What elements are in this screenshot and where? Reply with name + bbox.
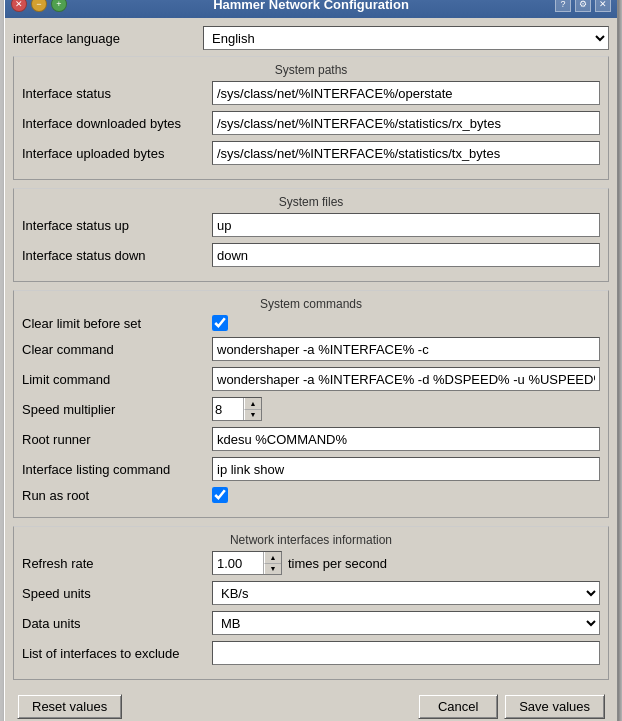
speed-units-label: Speed units [22, 586, 212, 601]
interface-status-up-label: Interface status up [22, 218, 212, 233]
minimize-button[interactable]: − [31, 0, 47, 12]
interface-status-up-input[interactable] [212, 213, 600, 237]
main-window: ✕ − + Hammer Network Configuration ? ⚙ ✕… [4, 0, 618, 721]
interface-status-down-row: Interface status down [22, 243, 600, 267]
interface-language-select[interactable]: English Deutsch Français Español [203, 26, 609, 50]
window-body: interface language English Deutsch Franç… [5, 18, 617, 721]
exclude-interfaces-row: List of interfaces to exclude [22, 641, 600, 665]
interface-status-input[interactable] [212, 81, 600, 105]
speed-units-row: Speed units KB/s MB/s Bytes/s [22, 581, 600, 605]
limit-command-label: Limit command [22, 372, 212, 387]
speed-multiplier-row: Speed multiplier ▲ ▼ [22, 397, 600, 421]
run-as-root-label: Run as root [22, 488, 212, 503]
refresh-rate-up[interactable]: ▲ [264, 552, 281, 564]
run-as-root-checkbox[interactable] [212, 487, 228, 503]
interface-listing-row: Interface listing command [22, 457, 600, 481]
interface-downloaded-row: Interface downloaded bytes [22, 111, 600, 135]
interface-status-up-row: Interface status up [22, 213, 600, 237]
save-button[interactable]: Save values [504, 694, 605, 719]
limit-command-input[interactable] [212, 367, 600, 391]
refresh-rate-spinner: ▲ ▼ [212, 551, 282, 575]
speed-multiplier-label: Speed multiplier [22, 402, 212, 417]
titlebar-right-controls: ? ⚙ ✕ [555, 0, 611, 12]
network-interfaces-title: Network interfaces information [22, 531, 600, 551]
bottom-bar: Reset values Cancel Save values [13, 688, 609, 721]
system-commands-section: System commands Clear limit before set C… [13, 290, 609, 518]
reset-button[interactable]: Reset values [17, 694, 122, 719]
refresh-rate-down[interactable]: ▼ [264, 564, 281, 575]
system-files-title: System files [22, 193, 600, 213]
interface-downloaded-label: Interface downloaded bytes [22, 116, 212, 131]
times-per-second-label: times per second [288, 556, 387, 571]
interface-status-down-input[interactable] [212, 243, 600, 267]
refresh-rate-label: Refresh rate [22, 556, 212, 571]
interface-language-row: interface language English Deutsch Franç… [13, 26, 609, 50]
interface-status-row: Interface status [22, 81, 600, 105]
clear-limit-checkbox[interactable] [212, 315, 228, 331]
interface-language-label: interface language [13, 31, 203, 46]
maximize-button[interactable]: + [51, 0, 67, 12]
interface-status-down-label: Interface status down [22, 248, 212, 263]
interface-language-field: English Deutsch Français Español [203, 26, 609, 50]
run-as-root-row: Run as root [22, 487, 600, 503]
speed-multiplier-spinner: ▲ ▼ [212, 397, 262, 421]
right-buttons: Cancel Save values [418, 694, 605, 719]
refresh-rate-row: Refresh rate ▲ ▼ times per second [22, 551, 600, 575]
data-units-label: Data units [22, 616, 212, 631]
refresh-rate-arrows: ▲ ▼ [263, 552, 281, 574]
clear-command-input[interactable] [212, 337, 600, 361]
system-paths-title: System paths [22, 61, 600, 81]
data-units-row: Data units MB GB KB Bytes [22, 611, 600, 635]
data-units-select[interactable]: MB GB KB Bytes [212, 611, 600, 635]
window-controls: ✕ − + [11, 0, 67, 12]
interface-status-label: Interface status [22, 86, 212, 101]
speed-multiplier-arrows: ▲ ▼ [243, 398, 261, 420]
system-commands-title: System commands [22, 295, 600, 315]
interface-uploaded-input[interactable] [212, 141, 600, 165]
titlebar: ✕ − + Hammer Network Configuration ? ⚙ ✕ [5, 0, 617, 18]
interface-listing-input[interactable] [212, 457, 600, 481]
refresh-rate-input[interactable] [213, 552, 263, 574]
close-button[interactable]: ✕ [11, 0, 27, 12]
speed-units-select[interactable]: KB/s MB/s Bytes/s [212, 581, 600, 605]
settings-button[interactable]: ⚙ [575, 0, 591, 12]
system-paths-section: System paths Interface status Interface … [13, 56, 609, 180]
network-interfaces-section: Network interfaces information Refresh r… [13, 526, 609, 680]
cancel-button[interactable]: Cancel [418, 694, 498, 719]
speed-multiplier-up[interactable]: ▲ [244, 398, 261, 410]
clear-command-row: Clear command [22, 337, 600, 361]
interface-uploaded-label: Interface uploaded bytes [22, 146, 212, 161]
close-right-button[interactable]: ✕ [595, 0, 611, 12]
clear-limit-row: Clear limit before set [22, 315, 600, 331]
interface-listing-label: Interface listing command [22, 462, 212, 477]
root-runner-label: Root runner [22, 432, 212, 447]
clear-limit-label: Clear limit before set [22, 316, 212, 331]
window-title: Hammer Network Configuration [213, 0, 409, 12]
interface-uploaded-row: Interface uploaded bytes [22, 141, 600, 165]
speed-multiplier-input[interactable] [213, 398, 243, 420]
clear-command-label: Clear command [22, 342, 212, 357]
root-runner-row: Root runner [22, 427, 600, 451]
limit-command-row: Limit command [22, 367, 600, 391]
exclude-interfaces-label: List of interfaces to exclude [22, 646, 212, 661]
interface-downloaded-input[interactable] [212, 111, 600, 135]
help-button[interactable]: ? [555, 0, 571, 12]
speed-multiplier-down[interactable]: ▼ [244, 410, 261, 421]
root-runner-input[interactable] [212, 427, 600, 451]
system-files-section: System files Interface status up Interfa… [13, 188, 609, 282]
exclude-interfaces-input[interactable] [212, 641, 600, 665]
